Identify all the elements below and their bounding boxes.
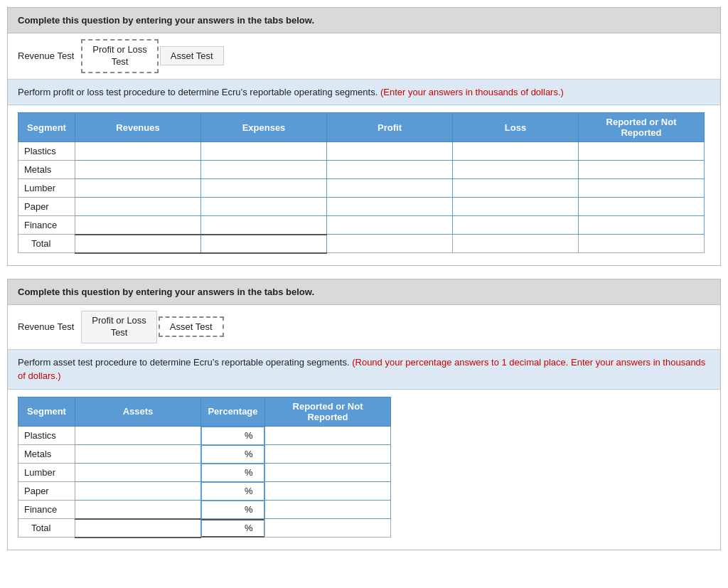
input-plastics-pct[interactable] <box>202 427 245 444</box>
input-finance-reported-2[interactable] <box>265 501 390 518</box>
input-metals-assets[interactable] <box>75 446 200 463</box>
row-paper-assets[interactable] <box>75 482 201 501</box>
input-metals-expenses[interactable] <box>201 161 326 178</box>
row-metals-reported-2[interactable] <box>265 445 391 464</box>
row-finance-expenses[interactable] <box>201 216 327 235</box>
row-paper-reported-2[interactable] <box>265 482 391 501</box>
input-total-pct[interactable] <box>202 520 245 537</box>
input-total-revenues[interactable] <box>75 235 200 252</box>
row-metals-expenses[interactable] <box>201 161 327 179</box>
row-lumber-loss[interactable] <box>453 179 579 198</box>
input-metals-profit[interactable] <box>327 161 452 178</box>
row-plastics-assets[interactable] <box>75 426 201 445</box>
section-2-asset-tab[interactable]: Asset Test <box>159 316 224 337</box>
input-paper-expenses[interactable] <box>201 198 326 215</box>
row-total-reported-1[interactable] <box>579 235 705 253</box>
row-lumber-pct[interactable]: % <box>201 464 264 482</box>
input-total-reported-1[interactable] <box>579 235 704 252</box>
row-plastics-expenses[interactable] <box>201 142 327 161</box>
input-finance-loss[interactable] <box>453 217 578 234</box>
input-finance-expenses[interactable] <box>201 217 326 234</box>
input-paper-pct[interactable] <box>202 483 245 500</box>
row-plastics-revenues[interactable] <box>75 142 201 161</box>
input-lumber-profit[interactable] <box>327 180 452 197</box>
input-lumber-reported-1[interactable] <box>579 180 704 197</box>
input-metals-reported-1[interactable] <box>579 161 704 178</box>
input-paper-profit[interactable] <box>327 198 452 215</box>
input-lumber-revenues[interactable] <box>75 180 200 197</box>
input-paper-reported-2[interactable] <box>265 483 390 500</box>
input-total-assets[interactable] <box>75 520 200 537</box>
input-lumber-assets[interactable] <box>75 464 200 481</box>
row-lumber-revenues[interactable] <box>75 179 201 198</box>
row-lumber-expenses[interactable] <box>201 179 327 198</box>
input-finance-reported-1[interactable] <box>579 217 704 234</box>
section-1-profit-tab[interactable]: Profit or Loss Test <box>81 39 159 73</box>
row-finance-revenues[interactable] <box>75 216 201 235</box>
section-1-revenue-tab-label[interactable]: Revenue Test <box>18 50 74 61</box>
row-paper-reported-1[interactable] <box>579 198 705 216</box>
input-total-reported-2[interactable] <box>265 520 390 537</box>
row-lumber-profit[interactable] <box>327 179 453 198</box>
input-metals-reported-2[interactable] <box>265 446 390 463</box>
row-total-profit[interactable] <box>327 235 453 253</box>
section-2-revenue-tab-label[interactable]: Revenue Test <box>18 321 74 332</box>
row-paper-pct[interactable]: % <box>201 482 264 501</box>
row-paper-loss[interactable] <box>453 198 579 216</box>
row-total-pct[interactable]: % <box>201 519 264 538</box>
input-plastics-assets[interactable] <box>75 427 200 444</box>
input-paper-assets[interactable] <box>75 483 200 500</box>
row-metals-profit[interactable] <box>327 161 453 179</box>
input-metals-pct[interactable] <box>202 446 245 463</box>
input-plastics-reported-2[interactable] <box>265 427 390 444</box>
row-metals-assets[interactable] <box>75 445 201 464</box>
row-lumber-reported-2[interactable] <box>265 464 391 482</box>
row-plastics-profit[interactable] <box>327 142 453 161</box>
input-total-loss[interactable] <box>453 235 578 252</box>
input-finance-profit[interactable] <box>327 217 452 234</box>
row-metals-reported-1[interactable] <box>579 161 705 179</box>
input-lumber-reported-2[interactable] <box>265 464 390 481</box>
row-total-expenses[interactable] <box>201 235 327 253</box>
section-1-asset-tab[interactable]: Asset Test <box>160 46 224 65</box>
row-finance-reported-1[interactable] <box>579 216 705 235</box>
input-total-profit[interactable] <box>327 235 452 252</box>
row-total-reported-2[interactable] <box>265 519 391 538</box>
row-plastics-reported-2[interactable] <box>265 426 391 445</box>
input-finance-pct[interactable] <box>202 501 245 518</box>
input-total-expenses[interactable] <box>201 235 326 252</box>
row-finance-assets[interactable] <box>75 501 201 519</box>
row-plastics-pct[interactable]: % <box>201 427 264 445</box>
input-plastics-profit[interactable] <box>327 143 452 160</box>
input-lumber-pct[interactable] <box>202 464 245 481</box>
input-paper-revenues[interactable] <box>75 198 200 215</box>
row-paper-expenses[interactable] <box>201 198 327 216</box>
input-lumber-loss[interactable] <box>453 180 578 197</box>
input-metals-loss[interactable] <box>453 161 578 178</box>
input-paper-reported-1[interactable] <box>579 198 704 215</box>
row-plastics-loss[interactable] <box>453 142 579 161</box>
row-metals-revenues[interactable] <box>75 161 201 179</box>
row-metals-pct[interactable]: % <box>201 445 264 464</box>
input-lumber-expenses[interactable] <box>201 180 326 197</box>
row-lumber-assets[interactable] <box>75 464 201 482</box>
input-finance-assets[interactable] <box>75 501 200 518</box>
row-metals-loss[interactable] <box>453 161 579 179</box>
row-total-assets[interactable] <box>75 519 201 538</box>
row-lumber-reported-1[interactable] <box>579 179 705 198</box>
row-finance-reported-2[interactable] <box>265 501 391 519</box>
row-finance-loss[interactable] <box>453 216 579 235</box>
row-finance-profit[interactable] <box>327 216 453 235</box>
section-2-profit-tab[interactable]: Profit or Loss Test <box>81 311 157 343</box>
row-total-loss[interactable] <box>453 235 579 253</box>
row-paper-profit[interactable] <box>327 198 453 216</box>
row-total-revenues[interactable] <box>75 235 201 253</box>
input-paper-loss[interactable] <box>453 198 578 215</box>
input-plastics-reported-1[interactable] <box>579 143 704 160</box>
row-paper-revenues[interactable] <box>75 198 201 216</box>
input-finance-revenues[interactable] <box>75 217 200 234</box>
input-plastics-loss[interactable] <box>453 143 578 160</box>
input-plastics-expenses[interactable] <box>201 143 326 160</box>
row-plastics-reported-1[interactable] <box>579 142 705 161</box>
input-metals-revenues[interactable] <box>75 161 200 178</box>
